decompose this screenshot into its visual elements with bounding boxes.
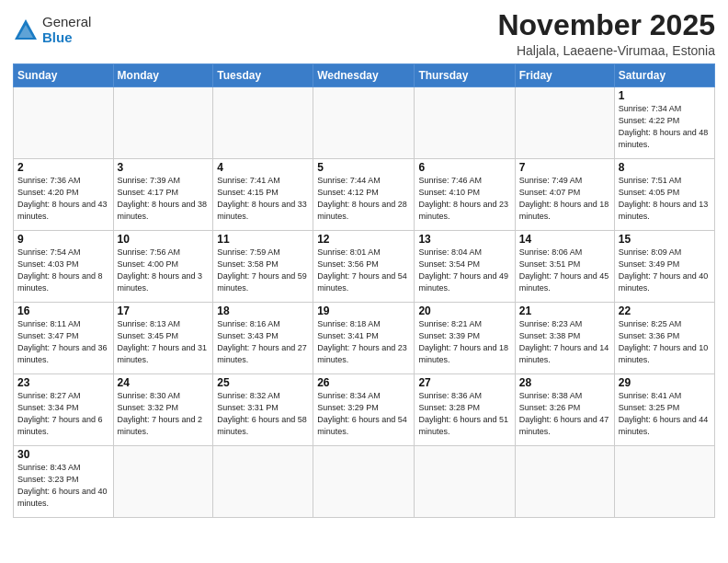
calendar-cell: 5Sunrise: 7:44 AM Sunset: 4:12 PM Daylig… bbox=[313, 159, 415, 231]
day-number: 13 bbox=[418, 233, 510, 246]
day-info: Sunrise: 7:59 AM Sunset: 3:58 PM Dayligh… bbox=[217, 247, 309, 294]
calendar-cell: 30Sunrise: 8:43 AM Sunset: 3:23 PM Dayli… bbox=[14, 446, 114, 518]
day-number: 20 bbox=[418, 304, 510, 317]
calendar-cell: 10Sunrise: 7:56 AM Sunset: 4:00 PM Dayli… bbox=[113, 231, 213, 303]
weekday-header-monday: Monday bbox=[113, 64, 213, 87]
weekday-header-tuesday: Tuesday bbox=[213, 64, 313, 87]
calendar-cell bbox=[213, 87, 313, 159]
calendar-cell: 29Sunrise: 8:41 AM Sunset: 3:25 PM Dayli… bbox=[614, 374, 714, 446]
title-block: November 2025 Haljala, Laeaene-Virumaa, … bbox=[497, 9, 715, 58]
day-number: 30 bbox=[17, 448, 109, 461]
calendar-cell: 23Sunrise: 8:27 AM Sunset: 3:34 PM Dayli… bbox=[14, 374, 114, 446]
calendar-cell bbox=[113, 446, 213, 518]
calendar-cell: 13Sunrise: 8:04 AM Sunset: 3:54 PM Dayli… bbox=[415, 231, 515, 303]
day-info: Sunrise: 8:16 AM Sunset: 3:43 PM Dayligh… bbox=[217, 318, 309, 366]
calendar-cell: 2Sunrise: 7:36 AM Sunset: 4:20 PM Daylig… bbox=[14, 159, 114, 231]
day-number: 23 bbox=[17, 376, 109, 389]
day-number: 5 bbox=[317, 161, 410, 174]
calendar-cell bbox=[313, 87, 415, 159]
calendar-cell: 27Sunrise: 8:36 AM Sunset: 3:28 PM Dayli… bbox=[415, 374, 515, 446]
day-info: Sunrise: 7:44 AM Sunset: 4:12 PM Dayligh… bbox=[317, 175, 410, 223]
day-number: 12 bbox=[317, 233, 410, 246]
day-info: Sunrise: 8:01 AM Sunset: 3:56 PM Dayligh… bbox=[317, 247, 410, 294]
weekday-header-sunday: Sunday bbox=[14, 64, 114, 87]
calendar-table: SundayMondayTuesdayWednesdayThursdayFrid… bbox=[13, 63, 715, 518]
day-info: Sunrise: 8:25 AM Sunset: 3:36 PM Dayligh… bbox=[619, 318, 711, 366]
calendar-week-3: 9Sunrise: 7:54 AM Sunset: 4:03 PM Daylig… bbox=[14, 231, 715, 303]
day-info: Sunrise: 8:30 AM Sunset: 3:32 PM Dayligh… bbox=[118, 390, 210, 438]
calendar-cell: 18Sunrise: 8:16 AM Sunset: 3:43 PM Dayli… bbox=[213, 303, 313, 374]
calendar-cell bbox=[515, 87, 614, 159]
day-number: 7 bbox=[519, 161, 610, 174]
calendar-week-5: 23Sunrise: 8:27 AM Sunset: 3:34 PM Dayli… bbox=[14, 374, 715, 446]
day-info: Sunrise: 7:49 AM Sunset: 4:07 PM Dayligh… bbox=[519, 175, 610, 223]
calendar-cell: 4Sunrise: 7:41 AM Sunset: 4:15 PM Daylig… bbox=[213, 159, 313, 231]
day-number: 22 bbox=[619, 304, 711, 317]
logo-text: General Blue bbox=[42, 15, 91, 45]
day-info: Sunrise: 8:18 AM Sunset: 3:41 PM Dayligh… bbox=[317, 318, 410, 366]
day-number: 18 bbox=[217, 304, 309, 317]
day-number: 26 bbox=[317, 376, 410, 389]
calendar-cell bbox=[415, 87, 515, 159]
day-number: 15 bbox=[619, 233, 711, 246]
logo-icon bbox=[13, 17, 39, 43]
calendar-cell: 3Sunrise: 7:39 AM Sunset: 4:17 PM Daylig… bbox=[113, 159, 213, 231]
weekday-header-wednesday: Wednesday bbox=[313, 64, 415, 87]
calendar-cell: 24Sunrise: 8:30 AM Sunset: 3:32 PM Dayli… bbox=[113, 374, 213, 446]
location: Haljala, Laeaene-Virumaa, Estonia bbox=[497, 43, 715, 58]
day-info: Sunrise: 7:34 AM Sunset: 4:22 PM Dayligh… bbox=[619, 103, 711, 151]
calendar-cell: 6Sunrise: 7:46 AM Sunset: 4:10 PM Daylig… bbox=[415, 159, 515, 231]
day-number: 9 bbox=[17, 233, 109, 246]
day-number: 24 bbox=[118, 376, 210, 389]
calendar-week-1: 1Sunrise: 7:34 AM Sunset: 4:22 PM Daylig… bbox=[14, 87, 715, 159]
day-number: 4 bbox=[217, 161, 309, 174]
day-number: 27 bbox=[418, 376, 510, 389]
calendar-cell: 11Sunrise: 7:59 AM Sunset: 3:58 PM Dayli… bbox=[213, 231, 313, 303]
weekday-header-friday: Friday bbox=[515, 64, 614, 87]
day-info: Sunrise: 8:27 AM Sunset: 3:34 PM Dayligh… bbox=[17, 390, 109, 438]
day-number: 21 bbox=[519, 304, 610, 317]
day-info: Sunrise: 8:41 AM Sunset: 3:25 PM Dayligh… bbox=[619, 390, 711, 438]
day-number: 19 bbox=[317, 304, 410, 317]
calendar-cell: 17Sunrise: 8:13 AM Sunset: 3:45 PM Dayli… bbox=[113, 303, 213, 374]
day-number: 25 bbox=[217, 376, 309, 389]
day-number: 11 bbox=[217, 233, 309, 246]
day-info: Sunrise: 7:54 AM Sunset: 4:03 PM Dayligh… bbox=[17, 247, 109, 294]
calendar-cell: 26Sunrise: 8:34 AM Sunset: 3:29 PM Dayli… bbox=[313, 374, 415, 446]
day-info: Sunrise: 7:56 AM Sunset: 4:00 PM Dayligh… bbox=[118, 247, 210, 294]
day-info: Sunrise: 8:43 AM Sunset: 3:23 PM Dayligh… bbox=[17, 462, 109, 510]
day-number: 1 bbox=[619, 89, 711, 102]
calendar-cell bbox=[113, 87, 213, 159]
day-number: 8 bbox=[619, 161, 711, 174]
calendar-cell: 1Sunrise: 7:34 AM Sunset: 4:22 PM Daylig… bbox=[614, 87, 714, 159]
calendar-cell: 15Sunrise: 8:09 AM Sunset: 3:49 PM Dayli… bbox=[614, 231, 714, 303]
calendar-cell: 9Sunrise: 7:54 AM Sunset: 4:03 PM Daylig… bbox=[14, 231, 114, 303]
day-number: 2 bbox=[17, 161, 109, 174]
weekday-header-thursday: Thursday bbox=[415, 64, 515, 87]
day-info: Sunrise: 8:21 AM Sunset: 3:39 PM Dayligh… bbox=[418, 318, 510, 366]
day-info: Sunrise: 8:32 AM Sunset: 3:31 PM Dayligh… bbox=[217, 390, 309, 438]
calendar-cell: 28Sunrise: 8:38 AM Sunset: 3:26 PM Dayli… bbox=[515, 374, 614, 446]
weekday-header-row: SundayMondayTuesdayWednesdayThursdayFrid… bbox=[14, 64, 715, 87]
day-info: Sunrise: 8:04 AM Sunset: 3:54 PM Dayligh… bbox=[418, 247, 510, 294]
calendar-cell: 8Sunrise: 7:51 AM Sunset: 4:05 PM Daylig… bbox=[614, 159, 714, 231]
day-info: Sunrise: 8:38 AM Sunset: 3:26 PM Dayligh… bbox=[519, 390, 610, 438]
day-info: Sunrise: 7:46 AM Sunset: 4:10 PM Dayligh… bbox=[418, 175, 510, 223]
weekday-header-saturday: Saturday bbox=[614, 64, 714, 87]
day-info: Sunrise: 8:23 AM Sunset: 3:38 PM Dayligh… bbox=[519, 318, 610, 366]
day-info: Sunrise: 8:34 AM Sunset: 3:29 PM Dayligh… bbox=[317, 390, 410, 438]
calendar-week-2: 2Sunrise: 7:36 AM Sunset: 4:20 PM Daylig… bbox=[14, 159, 715, 231]
calendar-cell bbox=[313, 446, 415, 518]
day-number: 28 bbox=[519, 376, 610, 389]
calendar-cell: 7Sunrise: 7:49 AM Sunset: 4:07 PM Daylig… bbox=[515, 159, 614, 231]
calendar-cell: 20Sunrise: 8:21 AM Sunset: 3:39 PM Dayli… bbox=[415, 303, 515, 374]
day-number: 17 bbox=[118, 304, 210, 317]
calendar-week-6: 30Sunrise: 8:43 AM Sunset: 3:23 PM Dayli… bbox=[14, 446, 715, 518]
calendar-cell: 12Sunrise: 8:01 AM Sunset: 3:56 PM Dayli… bbox=[313, 231, 415, 303]
calendar-cell bbox=[614, 446, 714, 518]
day-number: 10 bbox=[118, 233, 210, 246]
day-number: 6 bbox=[418, 161, 510, 174]
calendar-cell: 16Sunrise: 8:11 AM Sunset: 3:47 PM Dayli… bbox=[14, 303, 114, 374]
day-info: Sunrise: 7:36 AM Sunset: 4:20 PM Dayligh… bbox=[17, 175, 109, 223]
calendar-cell: 19Sunrise: 8:18 AM Sunset: 3:41 PM Dayli… bbox=[313, 303, 415, 374]
